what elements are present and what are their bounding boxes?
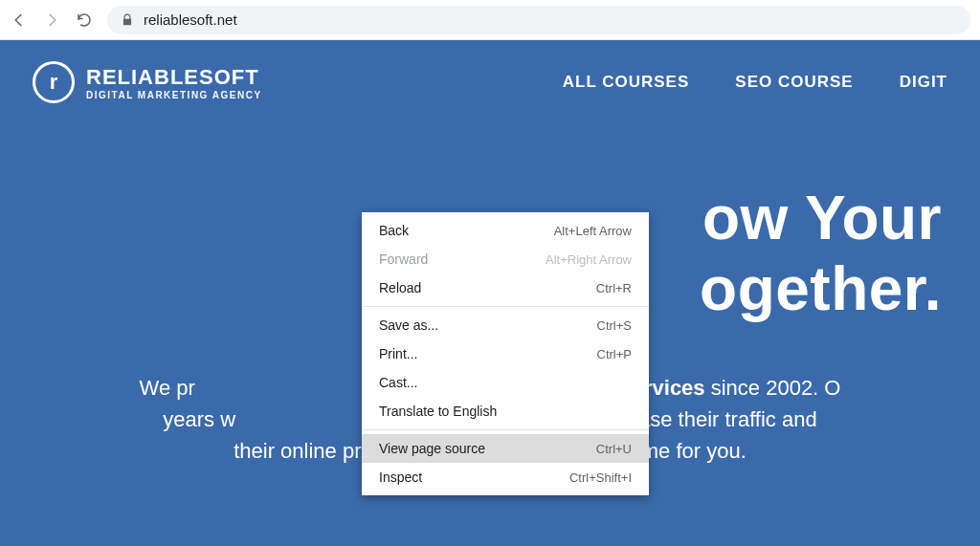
ctx-label: Back	[379, 223, 409, 238]
site-header: r RELIABLESOFT DIGITAL MARKETING AGENCY …	[0, 40, 980, 103]
back-button[interactable]	[10, 11, 29, 30]
ctx-view-source[interactable]: View page source Ctrl+U	[362, 434, 649, 463]
brand-name: RELIABLESOFT	[86, 65, 262, 90]
ctx-label: Translate to English	[379, 404, 497, 419]
context-menu: Back Alt+Left Arrow Forward Alt+Right Ar…	[362, 212, 649, 495]
webpage-content: r RELIABLESOFT DIGITAL MARKETING AGENCY …	[0, 40, 980, 546]
nav-digital[interactable]: DIGIT	[900, 73, 947, 92]
ctx-print[interactable]: Print... Ctrl+P	[362, 339, 649, 368]
ctx-cast[interactable]: Cast...	[362, 368, 649, 397]
ctx-forward: Forward Alt+Right Arrow	[362, 245, 649, 273]
browser-toolbar: reliablesoft.net	[0, 0, 980, 40]
address-bar[interactable]: reliablesoft.net	[107, 6, 970, 34]
ctx-back[interactable]: Back Alt+Left Arrow	[362, 216, 649, 245]
ctx-shortcut: Ctrl+S	[597, 318, 632, 333]
ctx-shortcut: Ctrl+U	[596, 442, 632, 456]
url-text: reliablesoft.net	[144, 11, 237, 28]
reload-icon	[76, 11, 93, 29]
ctx-translate[interactable]: Translate to English	[362, 397, 649, 426]
nav-seo-course[interactable]: SEO COURSE	[735, 73, 853, 92]
nav-all-courses[interactable]: ALL COURSES	[563, 73, 690, 92]
ctx-shortcut: Ctrl+Shift+I	[569, 470, 632, 485]
forward-button[interactable]	[42, 11, 61, 30]
reload-button[interactable]	[75, 11, 94, 30]
top-nav: ALL COURSES SEO COURSE DIGIT	[563, 73, 947, 92]
ctx-shortcut: Alt+Left Arrow	[554, 224, 632, 238]
ctx-label: Reload	[379, 280, 421, 295]
ctx-save-as[interactable]: Save as... Ctrl+S	[362, 311, 649, 339]
ctx-label: Cast...	[379, 375, 417, 390]
ctx-shortcut: Alt+Right Arrow	[546, 252, 632, 267]
logo-mark: r	[33, 61, 75, 103]
ctx-label: Forward	[379, 251, 428, 267]
site-logo[interactable]: r RELIABLESOFT DIGITAL MARKETING AGENCY	[33, 61, 262, 103]
ctx-shortcut: Ctrl+P	[597, 347, 632, 361]
ctx-separator	[362, 306, 649, 307]
ctx-separator	[362, 429, 649, 430]
ctx-label: Print...	[379, 346, 417, 361]
arrow-right-icon	[43, 11, 60, 29]
ctx-label: View page source	[379, 441, 485, 456]
lock-icon	[121, 13, 134, 27]
ctx-reload[interactable]: Reload Ctrl+R	[362, 273, 649, 302]
brand-tagline: DIGITAL MARKETING AGENCY	[86, 90, 262, 100]
ctx-label: Save as...	[379, 317, 438, 333]
arrow-left-icon	[11, 11, 28, 29]
ctx-label: Inspect	[379, 470, 422, 485]
ctx-shortcut: Ctrl+R	[596, 281, 632, 295]
ctx-inspect[interactable]: Inspect Ctrl+Shift+I	[362, 463, 649, 491]
